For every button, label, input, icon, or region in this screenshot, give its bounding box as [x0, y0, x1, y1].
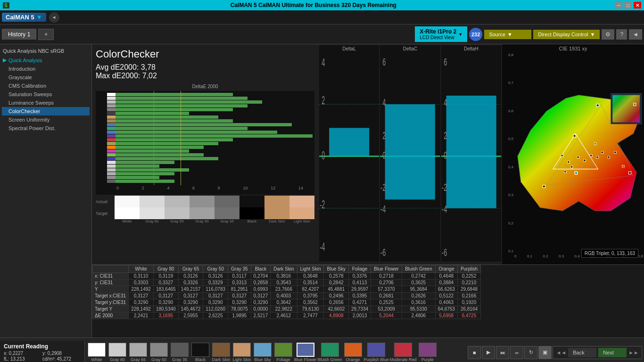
thumbnail-button[interactable]: ▣: [538, 346, 552, 359]
cell-2-7: 82,4207: [297, 286, 324, 293]
row-header-4: Target y:CIE31: [92, 299, 129, 306]
bar-swatch: [107, 138, 116, 141]
color-btn-bluish-green[interactable]: Bluish Green: [318, 343, 342, 362]
color-btn-gray-80[interactable]: Gray 80: [107, 343, 127, 362]
cell-1-2: 0,3326: [178, 280, 203, 286]
color-btn-white[interactable]: White: [87, 343, 107, 362]
sidebar-item-grayscale[interactable]: Grayscale: [2, 73, 90, 82]
device-name: X-Rite i1Pro 2: [420, 28, 456, 35]
menu-back-button[interactable]: ◄: [49, 12, 59, 23]
color-btn-light-skin[interactable]: Light Skin: [232, 343, 252, 362]
max-de2000: Max dE2000: 7,02: [96, 72, 314, 80]
data-table-wrapper[interactable]: White Gray 80 Gray 65 Gray 50 Gray 35 Bl…: [92, 264, 644, 337]
back-button[interactable]: Back: [568, 348, 596, 357]
maximize-button[interactable]: □: [624, 2, 632, 8]
sidebar-item-colorchecker[interactable]: ColorChecker: [2, 107, 90, 115]
bar-row-22: [107, 176, 313, 179]
cell-5-0: 228,1492: [129, 306, 154, 313]
next-arrow[interactable]: ►►: [628, 350, 639, 355]
calman-logo[interactable]: CalMAN 5 ▼: [2, 13, 46, 22]
color-btn-black[interactable]: Black: [190, 343, 210, 362]
actual-color-row: [115, 196, 314, 207]
svg-text:-4: -4: [442, 203, 447, 214]
cell-2-4: 81,2951: [228, 286, 251, 293]
bar-swatch: [107, 119, 116, 123]
add-tab-button[interactable]: +: [38, 29, 54, 40]
svg-point-44: [561, 155, 562, 156]
source-dropdown[interactable]: Source ▼: [484, 30, 531, 39]
ddc-button[interactable]: Direct Display Control ▼: [533, 30, 600, 39]
loop-button[interactable]: ∞: [510, 346, 523, 359]
sidebar-item-luminance-sweeps[interactable]: Luminance Sweeps: [2, 99, 90, 107]
color-btn-purple[interactable]: Purple: [418, 343, 438, 362]
cell-5-2: 145,4672: [178, 306, 203, 313]
color-btn-purplish-blue[interactable]: Purplish Blue: [364, 343, 389, 362]
svg-point-36: [574, 135, 576, 137]
bar-row-12: [107, 138, 313, 141]
color-btn-label-10: Blue Flower: [294, 357, 317, 362]
sidebar-section-header[interactable]: ▶ Quick Analysis: [2, 56, 90, 65]
nav-arrow-button[interactable]: ◄: [629, 29, 642, 40]
play-button[interactable]: ▶: [482, 346, 495, 359]
next-button[interactable]: Next: [598, 348, 627, 357]
bar-fill: [116, 119, 233, 123]
color-btn-gray-65[interactable]: Gray 65: [128, 343, 148, 362]
sidebar-item-introduction[interactable]: Introduction: [2, 65, 90, 73]
color-btn-swatch-6: [212, 343, 230, 357]
cell-3-2: 0,3127: [178, 293, 203, 299]
target-swatch-1: [140, 207, 165, 219]
cell-5-7: 79,6130: [297, 306, 324, 313]
cell-4-12: 0,4063: [435, 299, 457, 306]
cell-3-4: 0,3127: [228, 293, 251, 299]
sidebar-item-cms-calibration[interactable]: CMS Calibration: [2, 82, 90, 90]
bar-fill: [116, 153, 204, 156]
help-button[interactable]: ?: [616, 29, 627, 40]
color-btn-label-6: Dark Skin: [212, 357, 230, 362]
bar-swatch: [107, 153, 116, 156]
stop-button[interactable]: ■: [468, 346, 481, 359]
actual-swatch-2: [165, 196, 190, 207]
bar-row-20: [107, 168, 313, 172]
cell-4-9: 0,4271: [348, 299, 371, 306]
toolbar: History 1 + X-Rite i1Pro 2 LCD Direct Vi…: [0, 25, 644, 44]
sidebar-item-saturation-sweeps[interactable]: Saturation Sweeps: [2, 90, 90, 99]
table-header-white: White: [129, 265, 154, 273]
cie-title: CIE 1931 xy: [502, 44, 644, 53]
color-btn-orange[interactable]: Orange: [343, 343, 363, 362]
sidebar-item-spectral-power[interactable]: Spectral Power Dist.: [2, 124, 90, 132]
color-btn-blue-sky[interactable]: Blue Sky: [253, 343, 272, 362]
color-btn-label-12: Orange: [346, 357, 360, 362]
device-selector[interactable]: X-Rite i1Pro 2 LCD Direct View ▼: [415, 26, 467, 42]
skip-button[interactable]: ⏭: [496, 346, 509, 359]
color-btn-blue-flower[interactable]: Blue Flower: [294, 343, 317, 362]
deltaL-svg: 4 2 0 -2 -4: [319, 52, 379, 260]
color-btn-moderate-red[interactable]: Moderate Red: [390, 343, 417, 362]
color-btn-dark-skin[interactable]: Dark Skin: [211, 343, 231, 362]
color-btn-gray-35[interactable]: Gray 35: [170, 343, 190, 362]
cell-1-8: 0,2842: [324, 280, 348, 286]
back-arrow[interactable]: ◄◄: [556, 350, 566, 355]
bar-fill: [116, 112, 189, 115]
cell-3-0: 0,3127: [129, 293, 154, 299]
table-row-3: Target x:CIE310,31270,31270,31270,31270,…: [92, 293, 481, 299]
device-dropdown-arrow: ▼: [458, 32, 462, 37]
settings-button[interactable]: ⚙: [602, 29, 614, 40]
svg-rect-12: [385, 104, 435, 199]
bar-swatch: [107, 97, 116, 100]
history-tab[interactable]: History 1: [2, 29, 36, 40]
actual-swatch-1: [140, 196, 165, 207]
minimize-button[interactable]: ─: [615, 2, 622, 8]
swatch-labels: WhiteGray 80Gray 65Gray 50Gray 35BlackDa…: [115, 219, 314, 223]
sidebar-item-screen-uniformity[interactable]: Screen Uniformity: [2, 115, 90, 124]
color-btn-gray-50[interactable]: Gray 50: [149, 343, 169, 362]
bar-row-21: [107, 172, 313, 175]
close-button[interactable]: ✕: [634, 2, 641, 8]
ddc-label: Direct Display Control: [538, 32, 588, 37]
bar-fill: [116, 176, 159, 179]
refresh-button[interactable]: ↻: [524, 346, 537, 359]
cell-0-11: 0,2742: [402, 273, 435, 280]
cell-4-10: 0,2525: [371, 299, 402, 306]
row-header-0: x: CIE31: [92, 273, 129, 280]
color-btn-foliage[interactable]: Foliage: [273, 343, 293, 362]
device-mode: LCD Direct View: [420, 35, 456, 40]
